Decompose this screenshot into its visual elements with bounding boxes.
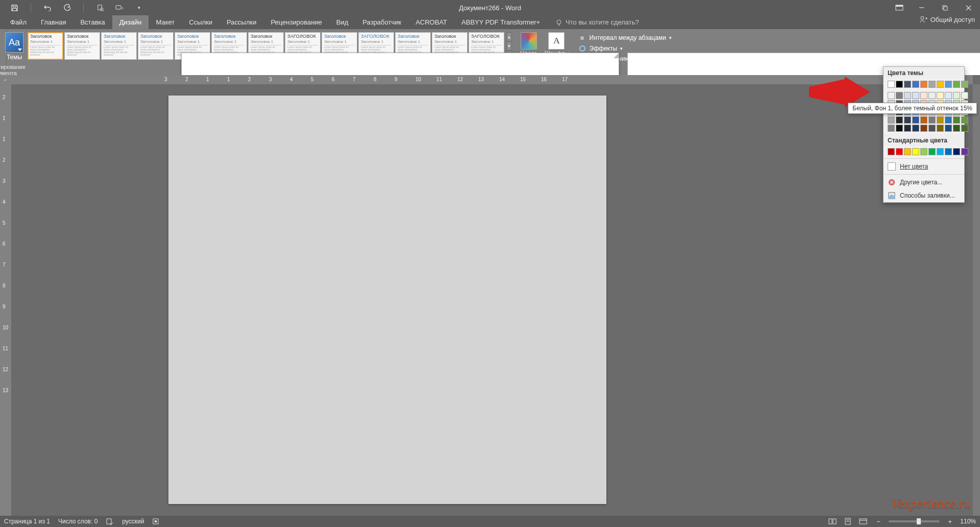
status-spellcheck-icon[interactable]: [106, 518, 114, 525]
color-swatch[interactable]: [945, 125, 952, 132]
color-swatch[interactable]: [928, 116, 936, 124]
more-colors-item[interactable]: Другие цвета...: [884, 176, 964, 189]
minimize-button[interactable]: [910, 0, 933, 15]
undo-icon[interactable]: [42, 3, 53, 13]
close-button[interactable]: [957, 0, 980, 15]
color-swatch[interactable]: [953, 148, 960, 155]
no-color-item[interactable]: Нет цвета: [884, 160, 964, 173]
color-swatch[interactable]: [896, 148, 903, 155]
color-swatch[interactable]: [896, 125, 903, 132]
fill-effects-item[interactable]: Способы заливки...: [884, 189, 964, 202]
color-swatch[interactable]: [953, 125, 960, 132]
view-read-mode-icon[interactable]: [827, 517, 838, 526]
color-swatch[interactable]: [904, 92, 911, 99]
color-swatch[interactable]: [928, 148, 936, 155]
tab-дизайн[interactable]: Дизайн: [112, 15, 149, 29]
standard-colors-row: [884, 146, 964, 157]
color-swatch[interactable]: [904, 125, 911, 132]
color-swatch[interactable]: [961, 148, 968, 155]
collapse-ribbon-icon[interactable]: ˄: [975, 66, 978, 73]
color-swatch[interactable]: [920, 92, 927, 99]
color-swatch[interactable]: [961, 125, 968, 132]
color-swatch[interactable]: [961, 81, 968, 88]
color-swatch[interactable]: [888, 125, 895, 132]
view-web-layout-icon[interactable]: [858, 517, 868, 526]
touch-mode-icon[interactable]: [114, 3, 125, 13]
zoom-slider[interactable]: [889, 520, 940, 522]
tab-abbyy-pdf-transformer+[interactable]: ABBYY PDF Transformer+: [454, 15, 547, 29]
zoom-slider-thumb[interactable]: [917, 518, 921, 524]
color-swatch[interactable]: [904, 81, 911, 88]
status-language[interactable]: русский: [122, 518, 144, 525]
tab-ссылки[interactable]: Ссылки: [182, 15, 219, 29]
status-page[interactable]: Страница 1 из 1: [4, 518, 50, 525]
color-swatch[interactable]: [904, 148, 911, 155]
redo-icon[interactable]: [62, 3, 72, 13]
vertical-scrollbar[interactable]: [973, 84, 980, 516]
color-swatch[interactable]: [920, 81, 927, 88]
color-swatch[interactable]: [945, 148, 952, 155]
color-swatch[interactable]: [937, 125, 944, 132]
color-swatch[interactable]: [928, 81, 936, 88]
tab-рассылки[interactable]: Рассылки: [219, 15, 263, 29]
color-swatch[interactable]: [937, 92, 944, 99]
color-swatch[interactable]: [912, 116, 919, 124]
status-macro-icon[interactable]: [152, 518, 159, 525]
zoom-in-button[interactable]: +: [945, 517, 955, 526]
color-swatch[interactable]: [912, 92, 919, 99]
more-colors-icon: [888, 178, 896, 186]
ribbon-display-options-icon[interactable]: [889, 0, 910, 15]
color-swatch[interactable]: [945, 81, 952, 88]
save-icon[interactable]: [9, 3, 19, 13]
tab-вставка[interactable]: Вставка: [73, 15, 112, 29]
color-swatch[interactable]: [953, 116, 960, 124]
color-swatch[interactable]: [896, 92, 903, 99]
tab-разработчик[interactable]: Разработчик: [355, 15, 408, 29]
color-swatch[interactable]: [961, 92, 968, 99]
ruler-tick: 2: [3, 157, 6, 163]
color-swatch[interactable]: [896, 116, 903, 124]
tab-файл[interactable]: Файл: [3, 15, 34, 29]
color-swatch[interactable]: [888, 92, 895, 99]
standard-colors-header: Стандартные цвета: [884, 134, 964, 146]
color-swatch[interactable]: [945, 92, 952, 99]
color-swatch[interactable]: [904, 116, 911, 124]
view-print-layout-icon[interactable]: [843, 517, 853, 526]
color-swatch[interactable]: [928, 92, 936, 99]
tell-me-search[interactable]: Что вы хотите сделать?: [555, 15, 639, 29]
color-swatch[interactable]: [953, 81, 960, 88]
tab-главная[interactable]: Главная: [34, 15, 73, 29]
color-swatch[interactable]: [937, 148, 944, 155]
tab-макет[interactable]: Макет: [149, 15, 182, 29]
vertical-ruler[interactable]: 2112345678910111213: [0, 84, 11, 516]
color-swatch[interactable]: [928, 125, 936, 132]
color-swatch[interactable]: [937, 81, 944, 88]
color-swatch[interactable]: [920, 125, 927, 132]
color-swatch[interactable]: [953, 92, 960, 99]
zoom-out-button[interactable]: −: [873, 517, 884, 526]
color-swatch[interactable]: [920, 116, 927, 124]
color-swatch[interactable]: [888, 116, 895, 124]
color-swatch[interactable]: [888, 148, 895, 155]
qat-more-icon[interactable]: ▾: [134, 3, 144, 13]
color-swatch[interactable]: [912, 81, 919, 88]
color-swatch[interactable]: [912, 148, 919, 155]
tab-вид[interactable]: Вид: [329, 15, 356, 29]
zoom-level[interactable]: 110%: [960, 518, 976, 525]
color-swatch[interactable]: [937, 116, 944, 124]
ruler-tick: 13: [478, 77, 484, 82]
maximize-button[interactable]: [933, 0, 957, 15]
color-swatch[interactable]: [961, 116, 968, 124]
color-swatch[interactable]: [912, 125, 919, 132]
print-preview-icon[interactable]: [95, 3, 105, 13]
tab-acrobat[interactable]: ACROBAT: [408, 15, 454, 29]
color-swatch[interactable]: [920, 148, 927, 155]
document-page[interactable]: [168, 95, 606, 504]
color-swatch[interactable]: [888, 81, 895, 88]
share-button[interactable]: Общий доступ: [919, 15, 975, 23]
status-word-count[interactable]: Число слов: 0: [58, 518, 97, 525]
color-swatch[interactable]: [945, 116, 952, 124]
color-swatch[interactable]: [896, 81, 903, 88]
tab-рецензирование[interactable]: Рецензирование: [263, 15, 329, 29]
ruler-corner[interactable]: ⌐: [0, 75, 11, 84]
